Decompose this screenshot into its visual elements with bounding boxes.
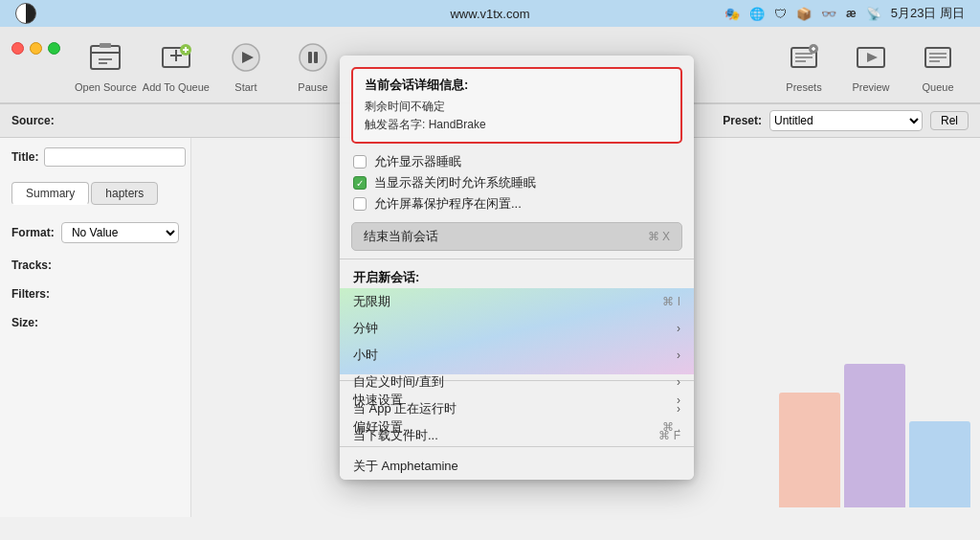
profile-icon[interactable]: 🎭 (724, 7, 740, 21)
svg-marker-24 (867, 53, 878, 62)
menu-item-indefinite[interactable]: 无限期 ⌘ I (340, 288, 694, 315)
filters-label: Filters: (11, 287, 69, 301)
checkbox-display-sleep[interactable]: 允许显示器睡眠 (340, 151, 694, 172)
svg-rect-14 (308, 52, 312, 63)
queue-button[interactable]: Queue (907, 37, 969, 93)
menu-item-while-downloading[interactable]: 当下载文件时... ⌘ F (340, 422, 694, 449)
dropbox-icon[interactable]: 📦 (796, 7, 812, 21)
minimize-window-button[interactable] (30, 42, 42, 55)
tabs-row: Summary hapters (11, 182, 179, 205)
format-label: Format: (11, 226, 61, 239)
pause-button[interactable]: Pause (282, 37, 344, 93)
close-window-button[interactable] (11, 42, 24, 55)
menubar-date: 5月23日 周日 (891, 5, 965, 22)
queue-label: Queue (922, 81, 953, 93)
menu-item-while-downloading-label: 当下载文件时... (353, 427, 438, 444)
session-info-title: 当前会话详细信息: (365, 77, 669, 94)
dropdown-menu: 当前会话详细信息: 剩余时间不确定 触发器名字: HandBrake 允许显示器… (340, 56, 694, 480)
menu-item-minutes[interactable]: 分钟 › (340, 315, 694, 342)
checkbox-display-sleep-label: 允许显示器睡眠 (374, 153, 461, 170)
pause-icon (293, 37, 333, 78)
menu-item-about[interactable]: 关于 Amphetamine (340, 453, 694, 480)
session-info-box: 当前会话详细信息: 剩余时间不确定 触发器名字: HandBrake (351, 67, 682, 144)
tab-chapters[interactable]: hapters (91, 182, 158, 205)
title-row: Title: (11, 147, 179, 167)
checkbox-system-sleep[interactable]: ✓ 当显示器关闭时允许系统睡眠 (340, 172, 694, 193)
yin-yang-icon[interactable] (15, 3, 36, 24)
end-session-button[interactable]: 结束当前会话 ⌘ X (351, 222, 682, 251)
about-label: 关于 Amphetamine (353, 458, 458, 475)
end-session-shortcut: ⌘ X (648, 230, 670, 243)
menu-item-while-downloading-shortcut: ⌘ F (658, 429, 680, 442)
presets-label: Presets (786, 81, 821, 93)
new-session-header: 开启新会话: (340, 265, 694, 288)
menu-item-indefinite-label: 无限期 (353, 293, 390, 310)
format-select[interactable]: No Value (61, 222, 179, 243)
svg-point-13 (300, 44, 326, 71)
svg-rect-0 (91, 46, 120, 69)
svg-rect-15 (314, 52, 318, 63)
menu-item-hours[interactable]: 小时 › (340, 342, 694, 369)
end-session-label: 结束当前会话 (364, 228, 438, 245)
bar-3 (909, 421, 970, 507)
size-label: Size: (11, 316, 69, 329)
add-to-queue-label: Add To Queue (143, 81, 210, 93)
tracks-label: Tracks: (11, 259, 69, 272)
menubar-icons: 🎭 🌐 🛡 📦 👓 æ 📡 5月23日 周日 (724, 5, 965, 22)
start-icon (226, 37, 266, 78)
menu-item-hours-label: 小时 (353, 347, 378, 364)
checkbox-system-sleep-box[interactable]: ✓ (353, 176, 367, 190)
add-to-queue-button[interactable]: Add To Queue (143, 37, 210, 93)
menubar-url: www.v1tx.com (450, 7, 529, 21)
menu-item-minutes-label: 分钟 (353, 320, 378, 337)
ae-icon[interactable]: æ (846, 7, 857, 20)
menu-item-while-app-running-label: 当 App 正在运行时 (353, 400, 457, 417)
add-to-queue-icon (156, 37, 196, 78)
checkbox-screensaver-label: 允许屏幕保护程序在闲置... (374, 195, 522, 213)
pause-label: Pause (298, 81, 327, 93)
menubar: www.v1tx.com 🎭 🌐 🛡 📦 👓 æ 📡 5月23日 周日 (0, 0, 980, 27)
start-label: Start (234, 81, 256, 93)
open-source-button[interactable]: Open Source (75, 37, 137, 93)
preview-label: Preview (852, 81, 889, 93)
maximize-window-button[interactable] (48, 42, 60, 55)
glasses-icon[interactable]: 👓 (821, 7, 836, 21)
reload-button[interactable]: Rel (930, 111, 969, 130)
preset-select[interactable]: Untitled (769, 110, 923, 131)
bar-2 (844, 364, 905, 507)
presets-icon (784, 37, 824, 78)
start-button[interactable]: Start (215, 37, 277, 93)
tab-summary[interactable]: Summary (11, 182, 89, 205)
queue-icon (918, 37, 958, 78)
menu-item-custom-time-label: 自定义时间/直到 (353, 373, 444, 391)
checkbox-display-sleep-box[interactable] (353, 155, 367, 169)
checkbox-system-sleep-label: 当显示器关闭时允许系统睡眠 (374, 174, 536, 191)
menu-item-while-app-running-arrow: › (677, 402, 680, 416)
menu-item-custom-time[interactable]: 自定义时间/直到 › (340, 369, 694, 395)
session-info-line1: 剩余时间不确定 (365, 98, 669, 116)
filters-row: Filters: (11, 287, 179, 301)
session-info-line2: 触发器名字: HandBrake (365, 116, 669, 134)
menu-gradient-area: 无限期 ⌘ I 分钟 › 小时 › 自定义时间/直到 › 当 App 正在运行时… (340, 288, 694, 374)
menu-item-while-app-running[interactable]: 当 App 正在运行时 › (340, 395, 694, 422)
title-input[interactable] (44, 147, 186, 167)
source-label: Source: (11, 114, 55, 127)
bars-area (769, 138, 980, 517)
menu-item-hours-arrow: › (677, 349, 680, 362)
preview-button[interactable]: Preview (840, 37, 902, 93)
open-source-icon (85, 37, 125, 78)
bar-1 (779, 393, 840, 507)
menu-item-indefinite-shortcut: ⌘ I (662, 295, 680, 308)
presets-button[interactable]: Presets (773, 37, 835, 93)
globe-icon[interactable]: 🌐 (749, 7, 765, 21)
window-controls (11, 42, 60, 55)
checkbox-screensaver-box[interactable] (353, 197, 367, 211)
signal-icon[interactable]: 📡 (866, 7, 881, 21)
svg-rect-2 (100, 43, 111, 48)
shield-icon[interactable]: 🛡 (774, 7, 787, 21)
format-row: Format: No Value (11, 222, 179, 243)
menu-item-custom-time-arrow: › (677, 375, 680, 389)
checkbox-screensaver[interactable]: 允许屏幕保护程序在闲置... (340, 193, 694, 214)
tracks-row: Tracks: (11, 259, 179, 272)
separator-1 (340, 259, 694, 259)
